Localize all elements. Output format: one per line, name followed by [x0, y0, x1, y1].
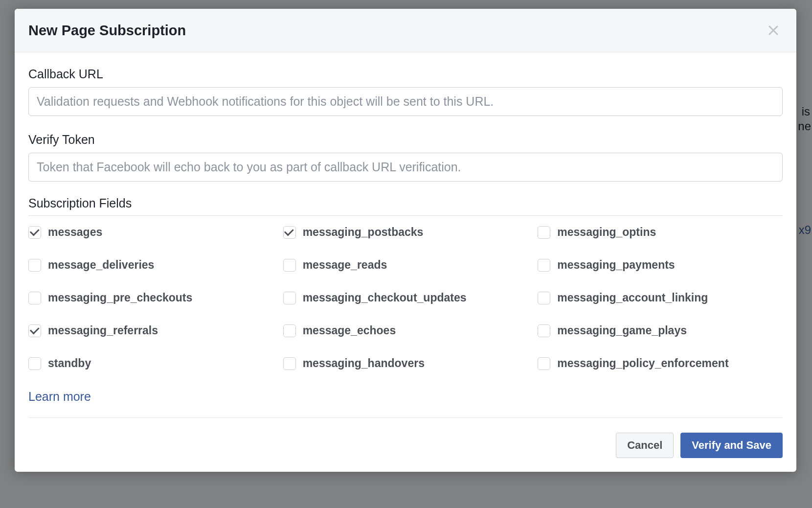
- checkbox-messaging_pre_checkouts[interactable]: [28, 292, 41, 304]
- subscription-field-label: messaging_checkout_updates: [303, 291, 467, 304]
- subscription-field-messaging_postbacks[interactable]: messaging_postbacks: [283, 226, 528, 239]
- cancel-button[interactable]: Cancel: [616, 433, 674, 458]
- subscription-field-message_echoes[interactable]: message_echoes: [283, 324, 528, 337]
- subscription-fields-label: Subscription Fields: [28, 196, 783, 210]
- subscription-field-label: messaging_account_linking: [557, 291, 708, 304]
- subscription-field-label: messaging_payments: [557, 258, 675, 272]
- subscription-field-messaging_pre_checkouts[interactable]: messaging_pre_checkouts: [28, 291, 273, 304]
- subscription-field-label: messaging_postbacks: [303, 226, 424, 239]
- subscription-fields-grid: messagesmessaging_postbacksmessaging_opt…: [28, 226, 783, 370]
- checkbox-messaging_handovers[interactable]: [283, 357, 296, 370]
- subscription-field-messages[interactable]: messages: [28, 226, 273, 239]
- subscription-field-label: message_deliveries: [48, 258, 154, 272]
- subscription-field-label: messaging_handovers: [303, 357, 425, 370]
- learn-more-link[interactable]: Learn more: [28, 390, 91, 404]
- checkbox-messaging_account_linking[interactable]: [538, 292, 550, 304]
- checkbox-messages[interactable]: [28, 226, 41, 239]
- subscription-field-label: messages: [48, 226, 102, 239]
- verify-token-label: Verify Token: [28, 133, 783, 147]
- callback-url-input[interactable]: [28, 87, 783, 116]
- verify-token-input[interactable]: [28, 153, 783, 182]
- subscription-field-label: messaging_game_plays: [557, 324, 687, 337]
- subscription-field-messaging_handovers[interactable]: messaging_handovers: [283, 357, 528, 370]
- checkbox-messaging_policy_enforcement[interactable]: [538, 357, 550, 370]
- modal-title: New Page Subscription: [28, 23, 186, 39]
- checkbox-message_deliveries[interactable]: [28, 259, 41, 272]
- subscription-field-message_reads[interactable]: message_reads: [283, 258, 528, 272]
- checkbox-messaging_referrals[interactable]: [28, 324, 41, 337]
- subscription-field-messaging_policy_enforcement[interactable]: messaging_policy_enforcement: [538, 357, 783, 370]
- new-page-subscription-modal: New Page Subscription Callback URL Verif…: [15, 9, 796, 472]
- subscription-field-standby[interactable]: standby: [28, 357, 273, 370]
- modal-footer: Cancel Verify and Save: [15, 433, 796, 472]
- modal-header: New Page Subscription: [15, 9, 796, 52]
- checkbox-message_echoes[interactable]: [283, 324, 296, 337]
- subscription-field-messaging_optins[interactable]: messaging_optins: [538, 226, 783, 239]
- close-icon[interactable]: [764, 21, 783, 40]
- modal-body: Callback URL Verify Token Subscription F…: [15, 52, 796, 433]
- subscription-field-messaging_account_linking[interactable]: messaging_account_linking: [538, 291, 783, 304]
- subscription-field-messaging_checkout_updates[interactable]: messaging_checkout_updates: [283, 291, 528, 304]
- subscription-field-message_deliveries[interactable]: message_deliveries: [28, 258, 273, 272]
- checkbox-messaging_checkout_updates[interactable]: [283, 292, 296, 304]
- subscription-field-messaging_game_plays[interactable]: messaging_game_plays: [538, 324, 783, 337]
- subscription-field-label: standby: [48, 357, 91, 370]
- subscription-field-label: message_reads: [303, 258, 387, 272]
- footer-divider: [28, 417, 783, 418]
- divider: [28, 215, 783, 216]
- callback-url-label: Callback URL: [28, 67, 783, 81]
- verify-and-save-button[interactable]: Verify and Save: [680, 433, 783, 458]
- checkbox-messaging_game_plays[interactable]: [538, 324, 550, 337]
- checkbox-message_reads[interactable]: [283, 259, 296, 272]
- subscription-field-label: message_echoes: [303, 324, 396, 337]
- checkbox-messaging_payments[interactable]: [538, 259, 550, 272]
- checkbox-messaging_optins[interactable]: [538, 226, 550, 239]
- subscription-field-label: messaging_pre_checkouts: [48, 291, 192, 304]
- checkbox-messaging_postbacks[interactable]: [283, 226, 296, 239]
- subscription-field-label: messaging_optins: [557, 226, 656, 239]
- subscription-field-label: messaging_policy_enforcement: [557, 357, 728, 370]
- subscription-field-messaging_payments[interactable]: messaging_payments: [538, 258, 783, 272]
- subscription-field-messaging_referrals[interactable]: messaging_referrals: [28, 324, 273, 337]
- subscription-field-label: messaging_referrals: [48, 324, 158, 337]
- checkbox-standby[interactable]: [28, 357, 41, 370]
